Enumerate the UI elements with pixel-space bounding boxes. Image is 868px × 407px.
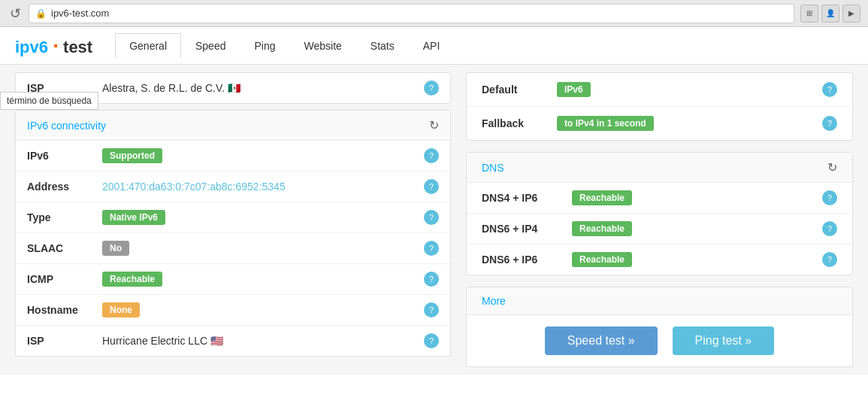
connectivity-refresh-icon[interactable]: ↻ [429, 118, 439, 132]
dns-refresh-icon[interactable]: ↻ [827, 160, 837, 175]
isp-help-icon[interactable]: ? [424, 80, 439, 96]
isp-connectivity-flag: 🇺🇸 [210, 335, 223, 347]
fallback-label: Fallback [482, 117, 557, 129]
lock-icon: 🔒 [35, 8, 47, 19]
address-label: Address [27, 181, 102, 193]
ext-user-icon[interactable]: 👤 [821, 5, 839, 23]
ping-test-button[interactable]: Ping test » [673, 327, 775, 355]
isp-connectivity-value: Hurricane Electric LLC 🇺🇸 [102, 335, 424, 347]
type-value: Native IPv6 [102, 210, 424, 225]
tab-ping[interactable]: Ping [240, 33, 289, 59]
page-wrapper: ipv6 · test General Speed Ping Website S… [0, 27, 868, 407]
left-panel: ISP Alestra, S. de R.L. de C.V. 🇲🇽 ? IPv… [15, 72, 451, 367]
default-fallback-box: Default IPv6 ? Fallback to IPv4 in 1 sec… [466, 72, 853, 141]
isp-connectivity-label: ISP [27, 335, 102, 347]
row-icmp: ICMP Reachable ? [16, 264, 450, 295]
logo-ipv6: ipv6 [15, 38, 48, 56]
tab-general[interactable]: General [115, 33, 181, 59]
dns4-ip6-label: DNS4 + IP6 [482, 192, 572, 204]
ext-grid-icon[interactable]: ⊞ [800, 5, 818, 23]
site-logo: ipv6 · test [15, 34, 92, 58]
ipv6-supported-badge: Supported [102, 148, 162, 163]
slaac-label: SLAAC [27, 242, 102, 254]
speed-test-button[interactable]: Speed test » [545, 327, 658, 355]
dns6-ip4-help-icon[interactable]: ? [822, 221, 837, 236]
isp-connectivity-help-icon[interactable]: ? [424, 333, 439, 348]
hostname-value: None [102, 302, 424, 317]
default-value: IPv6 [557, 82, 822, 97]
ipv6-help-icon[interactable]: ? [424, 148, 439, 163]
dns-header: DNS ↻ [467, 153, 852, 183]
back-button[interactable]: ↺ [8, 6, 23, 21]
icmp-label: ICMP [27, 273, 102, 285]
fallback-help-icon[interactable]: ? [822, 116, 837, 131]
connectivity-title: IPv6 connectivity [27, 120, 106, 132]
slaac-value: No [102, 241, 424, 256]
row-fallback: Fallback to IPv4 in 1 second ? [467, 107, 852, 140]
icmp-help-icon[interactable]: ? [424, 272, 439, 287]
tab-stats[interactable]: Stats [356, 33, 409, 59]
hostname-badge: None [102, 302, 140, 317]
isp-flag: 🇲🇽 [228, 82, 240, 94]
type-help-icon[interactable]: ? [424, 210, 439, 225]
row-isp-connectivity: ISP Hurricane Electric LLC 🇺🇸 ? [16, 326, 450, 356]
default-help-icon[interactable]: ? [822, 82, 837, 97]
row-dns6-ip6: DNS6 + IP6 Reachable ? [467, 245, 852, 275]
hostname-help-icon[interactable]: ? [424, 302, 439, 317]
row-default: Default IPv6 ? [467, 73, 852, 107]
dns6-ip6-value: Reachable [572, 252, 822, 267]
row-address: Address 2001:470:da63:0:7c07:ab8c:6952:5… [16, 172, 450, 202]
dns6-ip4-badge: Reachable [572, 221, 632, 236]
dns-title: DNS [482, 162, 504, 174]
tab-website[interactable]: Website [290, 33, 356, 59]
browser-extensions: ⊞ 👤 ▶ [800, 5, 860, 23]
more-header: More [467, 287, 852, 315]
search-tooltip: término de búsqueda [0, 92, 98, 110]
address-help-icon[interactable]: ? [424, 179, 439, 194]
default-label: Default [482, 84, 557, 96]
dns6-ip4-value: Reachable [572, 221, 822, 236]
dns6-ip6-label: DNS6 + IP6 [482, 254, 572, 266]
main-content: ISP Alestra, S. de R.L. de C.V. 🇲🇽 ? IPv… [0, 65, 868, 375]
site-header: ipv6 · test General Speed Ping Website S… [0, 27, 868, 65]
row-slaac: SLAAC No ? [16, 233, 450, 264]
row-ipv6: IPv6 Supported ? [16, 141, 450, 172]
row-hostname: Hostname None ? [16, 295, 450, 326]
slaac-help-icon[interactable]: ? [424, 241, 439, 256]
isp-value: Alestra, S. de R.L. de C.V. 🇲🇽 [102, 82, 424, 94]
dns4-ip6-value: Reachable [572, 190, 822, 205]
dns6-ip6-badge: Reachable [572, 252, 632, 267]
fallback-badge: to IPv4 in 1 second [557, 116, 654, 131]
address-bar[interactable]: 🔒 ipv6-test.com [29, 4, 794, 23]
address-value: 2001:470:da63:0:7c07:ab8c:6952:5345 [102, 181, 424, 193]
more-buttons: Speed test » Ping test » [467, 315, 852, 366]
logo-test: test [63, 38, 92, 56]
hostname-label: Hostname [27, 304, 102, 316]
type-badge: Native IPv6 [102, 210, 165, 225]
connectivity-box: IPv6 connectivity ↻ IPv6 Supported ? Add… [15, 110, 451, 357]
icmp-badge: Reachable [102, 272, 162, 287]
tab-api[interactable]: API [409, 33, 455, 59]
ipv6-label: IPv6 [27, 150, 102, 162]
default-badge: IPv6 [557, 82, 591, 97]
fallback-value: to IPv4 in 1 second [557, 116, 822, 131]
right-panel: Default IPv6 ? Fallback to IPv4 in 1 sec… [466, 72, 853, 367]
dns6-ip6-help-icon[interactable]: ? [822, 252, 837, 267]
browser-chrome: ↺ 🔒 ipv6-test.com ⊞ 👤 ▶ [0, 0, 868, 27]
row-dns4-ip6: DNS4 + IP6 Reachable ? [467, 183, 852, 214]
url-text: ipv6-test.com [51, 8, 109, 19]
ipv6-value: Supported [102, 148, 424, 163]
slaac-badge: No [102, 241, 129, 256]
ext-more-icon[interactable]: ▶ [842, 5, 860, 23]
row-type: Type Native IPv6 ? [16, 202, 450, 233]
dns-box: DNS ↻ DNS4 + IP6 Reachable ? DNS6 + IP4 … [466, 152, 853, 275]
type-label: Type [27, 211, 102, 223]
icmp-value: Reachable [102, 272, 424, 287]
dns4-ip6-help-icon[interactable]: ? [822, 190, 837, 205]
dns6-ip4-label: DNS6 + IP4 [482, 223, 572, 235]
isp-connectivity-name: Hurricane Electric LLC [102, 335, 207, 347]
isp-name: Alestra, S. de R.L. de C.V. [102, 82, 225, 94]
row-dns6-ip4: DNS6 + IP4 Reachable ? [467, 214, 852, 245]
tab-speed[interactable]: Speed [181, 33, 240, 59]
address-link[interactable]: 2001:470:da63:0:7c07:ab8c:6952:5345 [102, 181, 286, 193]
